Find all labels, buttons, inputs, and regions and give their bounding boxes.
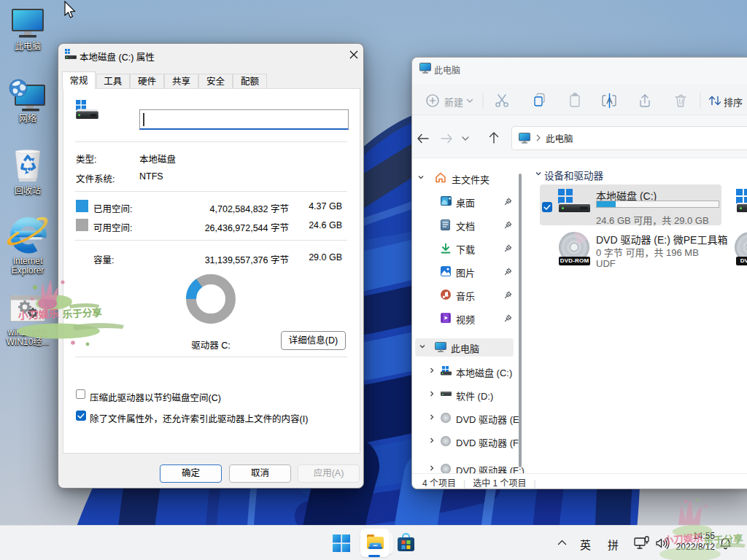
svg-text:小刀娱乐: 小刀娱乐 bbox=[18, 308, 59, 322]
svg-text:乐于分享: 乐于分享 bbox=[62, 306, 102, 320]
svg-text:小刀娱乐: 小刀娱乐 bbox=[663, 532, 703, 546]
